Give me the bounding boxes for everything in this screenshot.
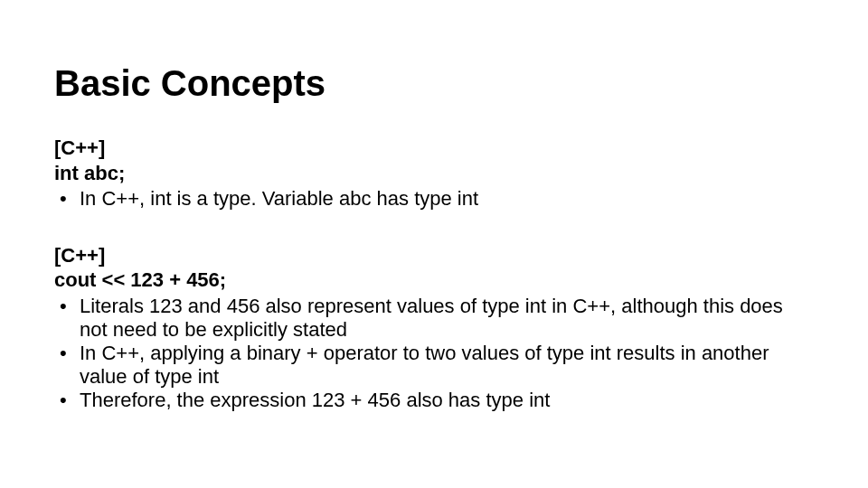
list-item: In C++, int is a type. Variable abc has … xyxy=(76,187,814,211)
list-item: In C++, applying a binary + operator to … xyxy=(76,342,814,389)
slide: Basic Concepts [C++] int abc; In C++, in… xyxy=(0,0,868,488)
section-2: [C++] cout << 123 + 456; Literals 123 an… xyxy=(54,243,814,412)
section-1: [C++] int abc; In C++, int is a type. Va… xyxy=(54,136,814,211)
list-item: Literals 123 and 456 also represent valu… xyxy=(76,295,814,342)
page-title: Basic Concepts xyxy=(54,63,814,103)
section-1-bullets: In C++, int is a type. Variable abc has … xyxy=(54,187,814,211)
section-2-code: cout << 123 + 456; xyxy=(54,267,814,293)
section-1-tag: [C++] xyxy=(54,136,814,161)
section-2-tag: [C++] xyxy=(54,243,814,268)
list-item: Therefore, the expression 123 + 456 also… xyxy=(76,389,814,412)
section-2-bullets: Literals 123 and 456 also represent valu… xyxy=(54,295,814,412)
section-1-code: int abc; xyxy=(54,161,814,186)
